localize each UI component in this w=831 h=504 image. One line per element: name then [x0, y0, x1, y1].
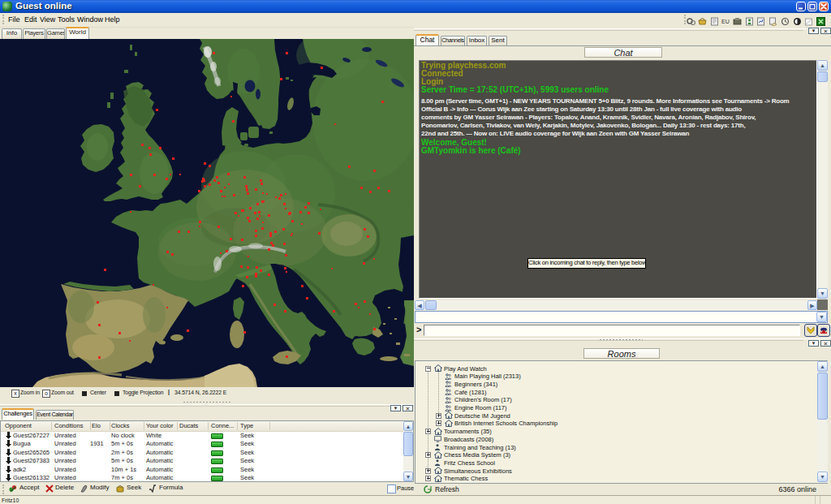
svg-text:EU: EU	[721, 19, 730, 24]
